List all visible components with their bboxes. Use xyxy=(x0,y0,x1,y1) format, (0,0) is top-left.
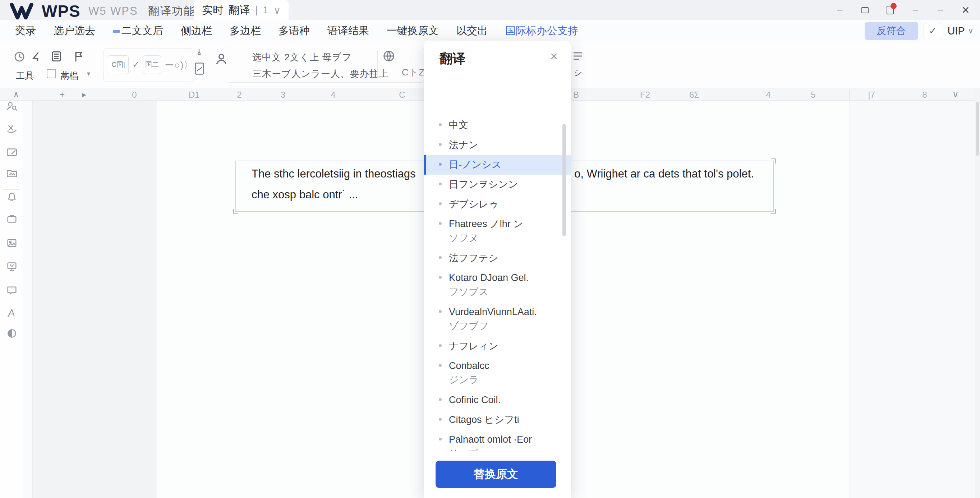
signature-icon[interactable] xyxy=(6,123,18,135)
language-option-subtext: ジンラ xyxy=(449,372,556,387)
indent-plus-marker[interactable]: + xyxy=(60,89,65,100)
menu-item-7[interactable]: 语译结果 xyxy=(328,24,369,38)
close-button[interactable]: × xyxy=(958,3,973,17)
language-option[interactable]: Fhatrees ノlhr ンソフヌ xyxy=(424,214,571,248)
notification-button[interactable] xyxy=(883,3,897,17)
menu-item-6[interactable]: 多语种 xyxy=(278,24,310,38)
language-option[interactable]: 中文 xyxy=(424,115,571,135)
monitor-icon[interactable] xyxy=(6,261,18,273)
wps-translate-window: WPS W5 WPS 翻译功能 实时 翻译 | 1 ∨ − − − × 奕录选户… xyxy=(0,0,980,498)
track-changes-checkbox[interactable] xyxy=(47,69,56,78)
web-translate-globe-icon[interactable] xyxy=(382,49,396,63)
language-option[interactable]: 法フフテシ xyxy=(424,248,571,268)
ruler-tick: 3 xyxy=(281,90,285,100)
track-changes-label[interactable]: 蒚椙 xyxy=(60,70,78,81)
user-menu[interactable]: UIP ∨ xyxy=(948,25,974,37)
history-icon[interactable] xyxy=(13,50,26,63)
collapse-ribbon-icon[interactable]: ∧ xyxy=(13,89,19,100)
menu-item-3[interactable]: 二文文后 xyxy=(113,24,163,38)
menubar-right: 反符合 ✓ UIP ∨ xyxy=(865,20,974,42)
menu-item-8[interactable]: 一键换原文 xyxy=(387,24,439,38)
notification-icon xyxy=(886,6,894,14)
style-preview-thumb-2[interactable]: 国二 xyxy=(143,55,161,74)
document-tab[interactable]: 实时 翻译 | 1 ∨ xyxy=(194,0,289,20)
minimize-button[interactable]: − xyxy=(833,3,847,17)
ruler-tick: 4 xyxy=(766,90,770,100)
user-menu-label: UIP xyxy=(948,25,965,37)
ruler-tick: C xyxy=(399,90,405,100)
language-option[interactable]: Cofinic Coil. xyxy=(424,390,571,410)
flag-icon[interactable] xyxy=(72,49,86,63)
menu-item-9[interactable]: 以交出 xyxy=(457,24,488,38)
document-text-line2: che xosp balc ontr˙ ... xyxy=(251,188,358,201)
wps-logo-text: WPS xyxy=(42,2,81,21)
assistant-bell-icon[interactable] xyxy=(6,191,18,203)
folder-image-icon[interactable] xyxy=(6,167,18,179)
ruler-tick: 6Σ xyxy=(689,90,699,100)
clipped-list-icon[interactable] xyxy=(571,49,584,62)
language-list: 中文法ナン日-ノンシス日フンヲシンンヂブシレゥFhatrees ノlhr ンソフ… xyxy=(424,115,571,451)
replace-original-button[interactable]: 替换原文 xyxy=(436,461,556,488)
background-window-title: W5 WPS 翻译功能 xyxy=(88,3,196,19)
frame-handle-bottom-right[interactable] xyxy=(771,209,776,214)
check-button[interactable]: ✓ xyxy=(924,23,942,39)
document-tab-chevron-icon[interactable]: ∨ xyxy=(274,4,281,16)
language-option[interactable]: 法ナン xyxy=(424,135,571,155)
translate-panel: 翻译 × 中文法ナン日-ノンシス日フンヲシンンヂブシレゥFhatrees ノlh… xyxy=(424,41,571,498)
ruler-tick: 5 xyxy=(811,90,815,100)
ruler-tick: B xyxy=(573,90,579,100)
edit-pen-icon[interactable] xyxy=(30,50,43,63)
language-option[interactable]: Conbalccジンラ xyxy=(424,356,571,390)
globe-icon[interactable] xyxy=(6,327,18,339)
menu-item-4[interactable]: 侧边栏 xyxy=(181,24,212,38)
menu-items: 奕录选户选去二文文后侧边栏多边栏多语种语译结果一键换原文以交出国际标办公支持 xyxy=(0,24,578,38)
image-icon[interactable] xyxy=(6,237,18,249)
copy-stack-icon[interactable] xyxy=(49,49,63,63)
ink-pen-icon[interactable] xyxy=(193,48,205,59)
language-option-subtext: ソフヌ xyxy=(449,231,556,245)
user-search-icon[interactable] xyxy=(6,100,18,113)
indent-cursor-marker[interactable]: ▸ xyxy=(82,89,86,100)
language-option[interactable]: 日フンヲシンン xyxy=(424,175,571,194)
document-text-line1-left: The sthc lercoletsiig in theostiags xyxy=(251,167,416,180)
language-option[interactable]: Palnaott omlot ·Eorリーブ xyxy=(424,430,571,451)
id-card-icon[interactable] xyxy=(6,146,18,158)
menu-item-2[interactable]: 选户选去 xyxy=(54,24,95,38)
language-option-selected[interactable]: 日-ノンシス xyxy=(424,155,571,175)
ruler-tick: |7 xyxy=(868,90,875,100)
vertical-scrollbar-thumb[interactable] xyxy=(976,102,979,156)
translate-panel-close-icon[interactable]: × xyxy=(550,50,558,63)
menu-item-accent-icon xyxy=(113,30,120,33)
track-changes-dropdown-icon[interactable]: ▾ xyxy=(87,70,90,78)
menu-item-5[interactable]: 多边栏 xyxy=(230,24,261,38)
briefcase-icon[interactable] xyxy=(6,212,18,224)
document-tab-divider: | xyxy=(255,4,258,16)
signature-page-icon[interactable] xyxy=(193,61,205,76)
language-option[interactable]: ナフレィン xyxy=(424,336,571,356)
comment-icon[interactable] xyxy=(6,284,18,296)
menu-item-1[interactable]: 奕录 xyxy=(15,24,36,38)
tools-label[interactable]: 工具 xyxy=(16,70,34,81)
menu-item-10[interactable]: 国际标办公支持 xyxy=(505,24,578,38)
hide-ruler-chevron-icon[interactable]: ∨ xyxy=(952,89,959,100)
language-option[interactable]: ヂブシレゥ xyxy=(424,194,571,214)
minimize-button-3[interactable]: − xyxy=(933,3,948,17)
language-option-line-1[interactable]: 选中文 2文く上 母ヺフ xyxy=(252,51,352,64)
frame-handle-top-right[interactable] xyxy=(771,158,776,164)
document-tab-label-left: 实时 xyxy=(202,3,224,18)
compat-mode-pill[interactable]: 反符合 xyxy=(865,22,918,40)
language-option-line-2[interactable]: 三木ーブ人ンラー人、要办拄上 xyxy=(252,68,389,80)
vertical-scrollbar[interactable] xyxy=(975,89,980,498)
frame-handle-bottom-left[interactable] xyxy=(233,209,238,214)
language-option[interactable]: Kotaro DJoan Gel.フソブス xyxy=(424,268,571,302)
document-right-margin xyxy=(850,100,980,498)
wps-logo-icon xyxy=(10,3,38,19)
minimize-button-2[interactable]: − xyxy=(908,3,923,17)
style-preview-thumb-1[interactable]: C国| xyxy=(108,55,129,74)
restore-button[interactable] xyxy=(858,3,872,17)
ruler-tick: F2 xyxy=(640,90,650,100)
share-a-icon[interactable] xyxy=(6,307,18,319)
panel-scrollbar-thumb[interactable] xyxy=(562,124,566,236)
language-option[interactable]: VurdealnViunnLAati.ゾフブフ xyxy=(424,302,571,336)
language-option[interactable]: Citagos ヒシフti xyxy=(424,410,571,430)
